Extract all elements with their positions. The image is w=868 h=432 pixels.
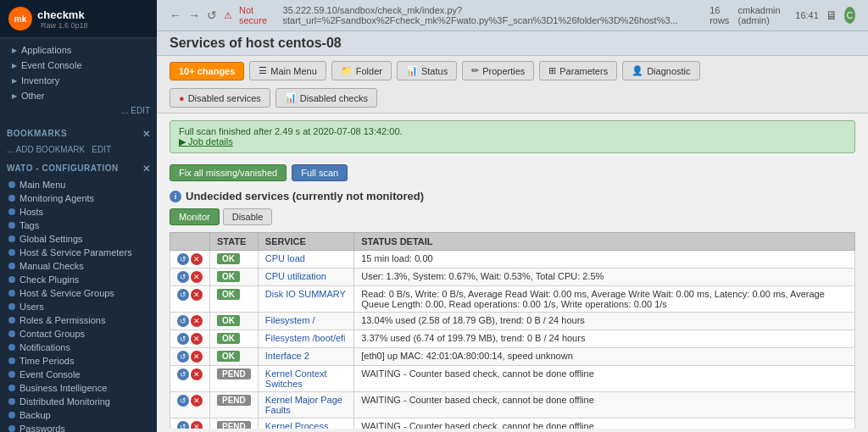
row-service-cell[interactable]: Kernel Context Switches	[258, 366, 353, 392]
fix-missing-button[interactable]: Fix all missing/vanished	[170, 164, 287, 181]
service-action-icon-2[interactable]: ✕	[191, 253, 203, 265]
row-status-cell: OK	[210, 313, 259, 330]
row-service-cell[interactable]: Filesystem /boot/efi	[258, 330, 353, 348]
properties-button[interactable]: ✏ Properties	[462, 61, 534, 80]
wato-header: WATO - CONFIGURATION ✕	[0, 160, 157, 178]
row-service-cell[interactable]: Disk IO SUMMARY	[258, 286, 353, 313]
table-row: ↺ ✕ PEND Kernel Process Creations WAITIN…	[170, 418, 855, 429]
wato-dot-icon	[8, 357, 15, 364]
row-icons-cell: ↺ ✕	[170, 330, 210, 348]
service-action-icon-1[interactable]: ↺	[177, 271, 189, 283]
sidebar-item-applications[interactable]: ▶ Applications	[0, 42, 157, 58]
status-button[interactable]: 📊 Status	[397, 61, 457, 80]
wato-dot-icon	[8, 303, 15, 310]
disabled-checks-button[interactable]: 📊 Disabled checks	[275, 88, 377, 108]
arrow-icon: ▶	[12, 47, 17, 54]
row-service-cell[interactable]: CPU utilization	[258, 269, 353, 286]
row-status-cell: PEND	[210, 418, 259, 429]
sidebar-item-event-console[interactable]: ▶ Event Console	[0, 58, 157, 73]
info-box: Full scan finished after 2.49 s at 2020-…	[170, 120, 855, 153]
row-status-cell: PEND	[210, 392, 259, 418]
wato-item-host-&-service-groups[interactable]: Host & Service Groups	[0, 286, 157, 300]
top-bar: ← → ↺ ⚠ Not secure 35.222.59.10/sandbox/…	[157, 0, 868, 31]
service-action-icon-1[interactable]: ↺	[177, 395, 189, 407]
row-service-cell[interactable]: Interface 2	[258, 348, 353, 366]
wato-item-main-menu[interactable]: Main Menu	[0, 178, 157, 191]
sidebar-item-label: Other	[21, 91, 45, 101]
wato-item-time-periods[interactable]: Time Periods	[0, 354, 157, 368]
diagnostic-button[interactable]: 👤 Diagnostic	[622, 61, 699, 80]
wato-item-contact-groups[interactable]: Contact Groups	[0, 327, 157, 341]
row-service-cell[interactable]: Kernel Process Creations	[258, 418, 353, 429]
nav-edit-link[interactable]: ... EDIT	[121, 106, 150, 115]
service-action-icon-1[interactable]: ↺	[177, 253, 189, 265]
bookmarks-edit-link[interactable]: EDIT	[92, 145, 111, 154]
wato-close-icon[interactable]: ✕	[142, 163, 151, 174]
wato-item-distributed-monitoring[interactable]: Distributed Monitoring	[0, 395, 157, 408]
main-menu-button[interactable]: ☰ Main Menu	[249, 61, 326, 80]
service-action-icon-1[interactable]: ↺	[177, 289, 189, 301]
service-action-icon-1[interactable]: ↺	[177, 421, 189, 429]
row-icons-cell: ↺ ✕	[170, 366, 210, 392]
secondary-toolbar: ● Disabled services 📊 Disabled checks	[170, 88, 855, 108]
full-scan-button[interactable]: Full scan	[292, 164, 348, 181]
wato-item-event-console[interactable]: Event Console	[0, 368, 157, 381]
service-action-icon-2[interactable]: ✕	[191, 315, 203, 327]
action-bar: 10+ changes ☰ Main Menu 📁 Folder 📊 Statu…	[157, 56, 868, 114]
back-button[interactable]: ←	[170, 8, 181, 22]
row-detail-cell: 15 min load: 0.00	[354, 251, 855, 269]
url-bar[interactable]: 35.222.59.10/sandbox/check_mk/index.py?s…	[283, 5, 710, 25]
table-row: ↺ ✕ OK Filesystem /boot/efi 3.37% used (…	[170, 330, 855, 348]
user-avatar[interactable]: C	[844, 7, 855, 24]
service-action-icon-2[interactable]: ✕	[191, 289, 203, 301]
refresh-button[interactable]: ↺	[207, 8, 217, 22]
status-badge: PEND	[217, 421, 251, 429]
forward-button[interactable]: →	[188, 8, 200, 22]
service-action-icon-2[interactable]: ✕	[191, 395, 203, 407]
parameters-button[interactable]: ⊞ Parameters	[539, 61, 617, 80]
wato-item-manual-checks[interactable]: Manual Checks	[0, 259, 157, 273]
wato-dot-icon	[8, 317, 15, 324]
service-action-icon-1[interactable]: ↺	[177, 315, 189, 327]
wato-item-check-plugins[interactable]: Check Plugins	[0, 273, 157, 286]
sidebar-item-inventory[interactable]: ▶ Inventory	[0, 73, 157, 88]
disabled-services-button[interactable]: ● Disabled services	[170, 88, 270, 108]
changes-button[interactable]: 10+ changes	[170, 62, 244, 80]
sidebar-item-other[interactable]: ▶ Other	[0, 88, 157, 103]
service-action-icon-2[interactable]: ✕	[191, 271, 203, 283]
wato-item-passwords[interactable]: Passwords	[0, 422, 157, 432]
service-action-icon-2[interactable]: ✕	[191, 421, 203, 429]
service-action-icon-1[interactable]: ↺	[177, 351, 189, 363]
bookmarks-close-icon[interactable]: ✕	[142, 129, 151, 140]
service-action-icon-1[interactable]: ↺	[177, 333, 189, 345]
wato-dot-icon	[8, 371, 15, 378]
folder-button[interactable]: 📁 Folder	[331, 61, 392, 80]
wato-item-backup[interactable]: Backup	[0, 408, 157, 422]
row-service-cell[interactable]: Kernel Major Page Faults	[258, 392, 353, 418]
monitor-icon[interactable]: 🖥	[826, 8, 837, 22]
wato-item-global-settings[interactable]: Global Settings	[0, 232, 157, 246]
disable-services-button[interactable]: Disable	[223, 208, 273, 225]
add-bookmark-link[interactable]: ... ADD BOOKMARK	[7, 145, 85, 154]
wato-item-roles-&-permissions[interactable]: Roles & Permissions	[0, 313, 157, 327]
job-details-link[interactable]: ▶ Job details	[179, 136, 233, 147]
page-title-row: Services of host centos-08	[157, 31, 868, 56]
wato-item-tags[interactable]: Tags	[0, 219, 157, 232]
row-service-cell[interactable]: CPU load	[258, 251, 353, 269]
col-detail: STATUS DETAIL	[354, 233, 855, 251]
service-action-icon-2[interactable]: ✕	[191, 333, 203, 345]
service-action-icon-1[interactable]: ↺	[177, 368, 189, 380]
wato-item-business-intelligence[interactable]: Business Intelligence	[0, 381, 157, 395]
service-action-icon-2[interactable]: ✕	[191, 351, 203, 363]
section-header: i Undecided services (currently not moni…	[170, 190, 855, 202]
wato-item-host-&-service-parameters[interactable]: Host & Service Parameters	[0, 246, 157, 259]
monitor-button[interactable]: Monitor	[170, 208, 220, 225]
wato-item-monitoring-agents[interactable]: Monitoring Agents	[0, 191, 157, 205]
wato-item-notifications[interactable]: Notifications	[0, 341, 157, 354]
wato-dot-icon	[8, 195, 15, 202]
wato-item-hosts[interactable]: Hosts	[0, 205, 157, 219]
wato-item-users[interactable]: Users	[0, 300, 157, 313]
row-service-cell[interactable]: Filesystem /	[258, 313, 353, 330]
service-action-icon-2[interactable]: ✕	[191, 368, 203, 380]
top-bar-left: ← → ↺ ⚠ Not secure 35.222.59.10/sandbox/…	[170, 5, 709, 25]
